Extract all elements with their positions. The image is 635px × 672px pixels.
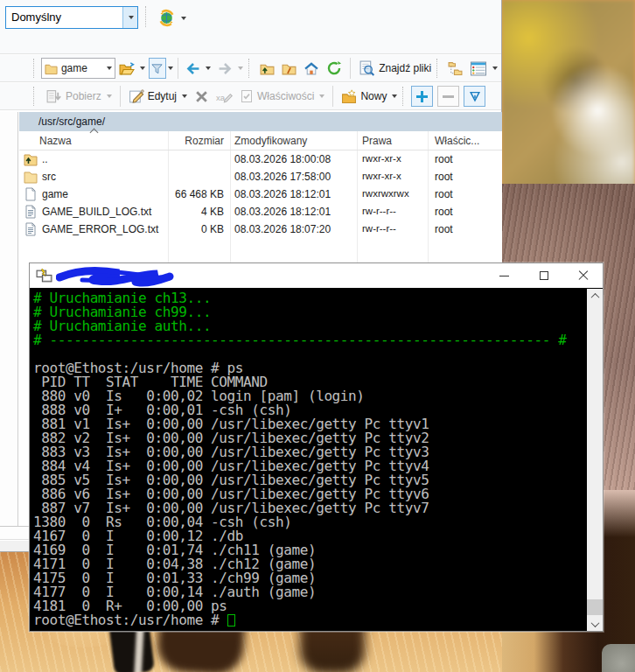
back-button[interactable] [182,59,214,79]
scroll-down-button[interactable] [587,617,603,631]
terminal-window: # Uruchamianie ch13... # Uruchamianie ch… [29,262,604,632]
desktop: Domyślny game [0,0,635,672]
file-row-game[interactable]: game 66 468 KB 08.03.2026 18:12:01 rwxrw… [19,186,502,203]
file-row-build-log[interactable]: GAME_BUILD_LOG.txt 4 KB 08.03.2026 18:12… [19,203,502,220]
folder-tree-icon [448,61,463,76]
text-file-icon [24,222,38,236]
directory-tree-button[interactable] [444,59,466,79]
open-folder-icon [119,61,135,76]
open-directory-button[interactable] [115,59,149,79]
arrow-left-icon [185,61,200,76]
terminal-titlebar[interactable] [30,263,603,289]
synchronize-button[interactable] [154,6,190,30]
minus-icon [443,95,454,98]
svg-text:xa: xa [216,92,226,102]
directory-combobox-value: game [61,62,101,74]
toolbar-grip [402,87,408,106]
tree-pane[interactable] [0,112,18,526]
terminal-cursor [227,614,235,626]
download-label: Pobierz [66,90,101,102]
file-row-parent[interactable]: .. 08.03.2026 18:00:08 rwxr-xr-x root [19,150,502,168]
find-files-button[interactable]: Znajdź pliki [355,58,435,80]
filter-button[interactable] [149,58,166,79]
delete-x-icon [194,89,209,104]
address-bar[interactable]: /usr/src/game/ [19,112,502,131]
root-directory-button[interactable] [278,59,300,79]
column-header-owner[interactable]: Właścic... [435,135,479,147]
download-button[interactable]: Pobierz [42,87,115,107]
scrollbar-thumb[interactable] [587,599,603,615]
maximize-button[interactable] [524,263,563,288]
column-header-name[interactable]: Nazwa [39,135,72,147]
forward-button[interactable] [214,59,247,79]
session-profile-value: Domyślny [6,7,122,28]
properties-button[interactable]: Właściwości [236,87,328,106]
folder-icon [45,62,58,75]
parent-directory-button[interactable] [256,59,278,79]
filter-toggle-button[interactable] [464,86,485,107]
chevron-up-icon [590,292,599,301]
column-header-rights[interactable]: Prawa [362,135,392,147]
chevron-down-icon [238,66,243,70]
chevron-down-icon [181,17,186,20]
text-file-icon [24,205,38,219]
rename-button[interactable]: xa [213,87,236,107]
chevron-down-icon [319,94,324,98]
scroll-up-button[interactable] [587,289,603,303]
file-row-error-log[interactable]: GAME_ERROR_LOG.txt 0 KB 08.03.2026 18:07… [19,220,502,238]
home-directory-button[interactable] [300,59,323,79]
session-toolbar: Domyślny [0,0,501,54]
toolbar-separator [178,58,178,79]
directory-combobox[interactable]: game [41,58,115,79]
chevron-down-icon [107,94,112,98]
find-files-icon [359,60,375,77]
chevron-down-icon [107,66,112,70]
filter-funnel-icon [150,62,164,75]
toolbar-separator [332,86,333,107]
edit-button[interactable]: Edytuj [125,87,191,107]
file-row-src[interactable]: src 08.03.2026 17:58:00 rwxr-xr-x root [19,168,502,186]
new-button[interactable]: Nowy [338,87,401,107]
funnel-down-icon [469,90,481,102]
chevron-down-icon [392,94,397,98]
properties-label: Właściwości [257,90,314,102]
find-files-label: Znajdź pliki [379,62,431,74]
toolbar-separator [350,58,351,79]
chevron-down-icon [140,66,145,70]
add-toggle-button[interactable] [411,86,433,107]
column-header-size[interactable]: Rozmiar [168,135,224,147]
edit-label: Edytuj [148,90,177,102]
delete-button[interactable] [191,87,213,107]
folder-root-icon [282,61,297,76]
file-icon [24,187,38,201]
toolbar-grip [33,87,38,106]
chevron-down-icon [182,94,187,98]
window-controls [485,263,603,288]
new-label: Nowy [360,90,387,102]
plus-icon [416,91,428,102]
refresh-button[interactable] [323,58,345,79]
details-view-button[interactable] [466,59,501,79]
chevron-down-icon [492,66,498,70]
column-header-modified[interactable]: Zmodyfikowany [234,135,307,147]
terminal-output[interactable]: # Uruchamianie ch13... # Uruchamianie ch… [30,289,603,631]
home-icon [304,61,319,76]
close-icon [578,270,589,281]
terminal-prompt: root@Ethost:/usr/home # [33,613,227,627]
wallpaper-bokeh [502,0,635,191]
maximize-icon [540,271,548,280]
close-button[interactable] [563,263,603,288]
download-icon [45,89,62,104]
minimize-icon [499,276,509,276]
toolbar-grip [248,59,253,78]
remove-toggle-button[interactable] [437,86,459,107]
session-profile-dropdown-button[interactable] [122,7,137,28]
session-profile-combobox[interactable]: Domyślny [5,6,138,29]
folder-up-icon [24,152,38,166]
terminal-scrollbar[interactable] [587,289,603,631]
putty-icon [36,268,52,284]
minimize-button[interactable] [485,263,524,288]
folder-up-icon [260,61,275,76]
chevron-down-icon [206,66,211,70]
navigation-toolbar: game [0,55,501,82]
